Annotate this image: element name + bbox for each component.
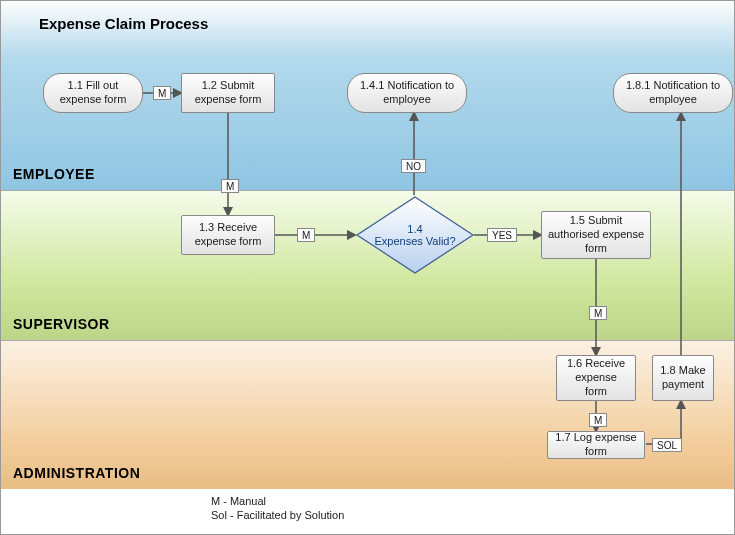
edge-label-no: NO bbox=[401, 159, 426, 173]
edge-label-m: M bbox=[589, 306, 607, 320]
lane-label-employee: EMPLOYEE bbox=[13, 166, 95, 182]
edge-label-m: M bbox=[221, 179, 239, 193]
node-text: 1.2 Submit expense form bbox=[188, 79, 268, 107]
node-decision-valid: 1.4 Expenses Valid? bbox=[355, 195, 475, 275]
node-text: 1.8 Make payment bbox=[659, 364, 707, 392]
node-text: 1.8.1 Notification to employee bbox=[620, 79, 726, 107]
node-notification-2: 1.8.1 Notification to employee bbox=[613, 73, 733, 113]
node-text: 1.7 Log expense form bbox=[554, 431, 638, 459]
node-text: 1.1 Fill out expense form bbox=[50, 79, 136, 107]
diagram-title: Expense Claim Process bbox=[39, 15, 208, 32]
node-text: 1.5 Submit authorised expense form bbox=[548, 214, 644, 255]
node-text: 1.6 Receive expense form bbox=[563, 357, 629, 398]
legend-line-m: M - Manual bbox=[211, 494, 344, 508]
edge-label-yes: YES bbox=[487, 228, 517, 242]
legend-line-sol: Sol - Facilitated by Solution bbox=[211, 508, 344, 522]
node-fill-out-form: 1.1 Fill out expense form bbox=[43, 73, 143, 113]
edge-label-sol: SOL bbox=[652, 438, 682, 452]
edge-label-m: M bbox=[297, 228, 315, 242]
node-notification-1: 1.4.1 Notification to employee bbox=[347, 73, 467, 113]
edge-label-m: M bbox=[589, 413, 607, 427]
node-submit-form: 1.2 Submit expense form bbox=[181, 73, 275, 113]
node-log-form: 1.7 Log expense form bbox=[547, 431, 645, 459]
node-receive-form-sup: 1.3 Receive expense form bbox=[181, 215, 275, 255]
legend: M - Manual Sol - Facilitated by Solution bbox=[211, 494, 344, 523]
node-receive-form-admin: 1.6 Receive expense form bbox=[556, 355, 636, 401]
node-make-payment: 1.8 Make payment bbox=[652, 355, 714, 401]
node-text: 1.3 Receive expense form bbox=[188, 221, 268, 249]
lane-label-supervisor: SUPERVISOR bbox=[13, 316, 110, 332]
lane-label-admin: ADMINISTRATION bbox=[13, 465, 140, 481]
edge-label-m: M bbox=[153, 86, 171, 100]
node-submit-authorised: 1.5 Submit authorised expense form bbox=[541, 211, 651, 259]
node-text: 1.4.1 Notification to employee bbox=[354, 79, 460, 107]
decision-text: 1.4 Expenses Valid? bbox=[355, 195, 475, 275]
